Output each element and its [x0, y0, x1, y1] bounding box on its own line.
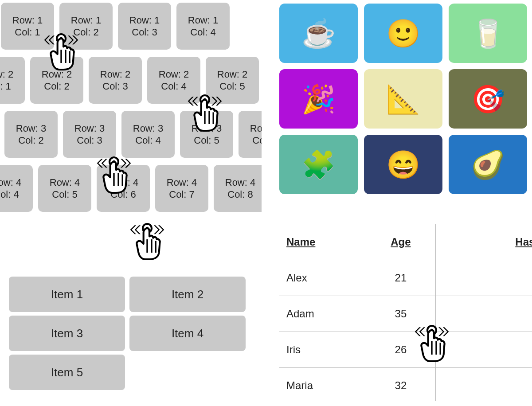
- grid-cell[interactable]: Row: 1 Col: 2: [59, 3, 113, 50]
- grid-cell[interactable]: Row: 3 Col: 3: [63, 111, 116, 158]
- item-button[interactable]: Item 2: [129, 277, 246, 312]
- emoji-tile-coffee[interactable]: ☕: [279, 4, 358, 63]
- table-cell: 32: [366, 368, 436, 402]
- table-cell: Maria: [279, 368, 366, 402]
- item-button[interactable]: Item 3: [9, 316, 125, 351]
- emoji-tile-ruler[interactable]: 📐: [364, 69, 442, 129]
- table-cell: Adam: [279, 296, 366, 332]
- table-cell: 21: [366, 260, 436, 296]
- emoji-grid: ☕🙂🥛🎉📐🎯🧩😄🥑: [279, 4, 527, 194]
- grid-cell[interactable]: Row: 3 Col: 6: [239, 111, 262, 158]
- emoji-tile-grin[interactable]: 😄: [364, 135, 442, 194]
- grid-cell[interactable]: Row: 3 Col: 4: [121, 111, 175, 158]
- grid-cell[interactable]: Row: 4 Col: 6: [97, 165, 150, 212]
- table-row[interactable]: Maria32NO: [279, 368, 532, 402]
- emoji-tile-party[interactable]: 🎉: [279, 69, 358, 129]
- table-cell: NO: [435, 368, 532, 402]
- grid-cell[interactable]: Row: 4 Col: 8: [214, 165, 262, 212]
- grid-cell[interactable]: Row: 1 Col: 3: [118, 3, 171, 50]
- emoji-tile-smile[interactable]: 🙂: [364, 4, 442, 63]
- emoji-tile-avocado[interactable]: 🥑: [449, 135, 527, 194]
- emoji-tile-milk[interactable]: 🥛: [449, 4, 527, 63]
- emoji-tile-puzzle[interactable]: 🧩: [279, 135, 358, 194]
- column-header[interactable]: Has driving: [435, 224, 532, 260]
- emoji-tile-target[interactable]: 🎯: [449, 69, 527, 129]
- grid-cell[interactable]: Row: 4 Col: 5: [38, 165, 91, 212]
- grid-cell[interactable]: Row: 3 Col: 5: [180, 111, 233, 158]
- table-row[interactable]: Alex21NO: [279, 260, 532, 296]
- grid-cell[interactable]: Row: 1 Col: 1: [1, 3, 54, 50]
- table-cell: Iris: [279, 332, 366, 368]
- staggered-grid[interactable]: Row: 1 Col: 1Row: 1 Col: 2Row: 1 Col: 3R…: [0, 0, 262, 239]
- item-list: Item 1Item 2Item 3Item 4Item 5: [9, 277, 248, 390]
- column-header[interactable]: Age: [366, 224, 436, 260]
- grid-cell[interactable]: Row: 1 Col: 4: [176, 3, 230, 50]
- table-cell: NO: [435, 260, 532, 296]
- column-header[interactable]: Name: [279, 224, 366, 260]
- grid-cell[interactable]: Row: 3 Col: 2: [4, 111, 58, 158]
- table-cell: NO: [435, 332, 532, 368]
- grid-cell[interactable]: Row: 2 Col: 2: [30, 57, 83, 104]
- grid-cell[interactable]: Row: 2 Col: 3: [89, 57, 142, 104]
- table-cell: YES: [435, 296, 532, 332]
- item-button[interactable]: Item 5: [9, 355, 125, 390]
- grid-cell[interactable]: Row: 4 Col: 7: [155, 165, 208, 212]
- table-row[interactable]: Iris26NO: [279, 332, 532, 368]
- table-cell: Alex: [279, 260, 366, 296]
- grid-cell[interactable]: Row: 2 Col: 5: [206, 57, 259, 104]
- item-button[interactable]: Item 1: [9, 277, 125, 312]
- grid-cell[interactable]: Row: 2 Col: 1: [0, 57, 25, 104]
- table-cell: 35: [366, 296, 436, 332]
- people-table[interactable]: NameAgeHas driving Alex21NOAdam35YESIris…: [279, 224, 532, 401]
- table-row[interactable]: Adam35YES: [279, 296, 532, 332]
- item-button[interactable]: Item 4: [129, 316, 246, 351]
- table-cell: 26: [366, 332, 436, 368]
- grid-cell[interactable]: Row: 4 Col: 4: [0, 165, 33, 212]
- grid-cell[interactable]: Row: 2 Col: 4: [147, 57, 200, 104]
